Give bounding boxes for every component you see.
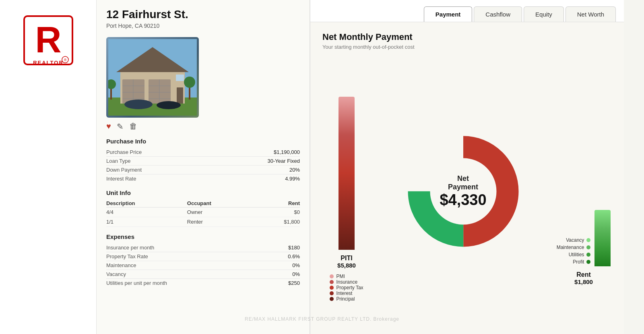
tab-payment[interactable]: Payment (424, 6, 473, 22)
info-label: Interest Rate (106, 176, 136, 182)
action-icons: ♥ ✎ 🗑 (106, 122, 300, 131)
expense-value: 0% (292, 271, 300, 277)
piti-legend-item: Interest (330, 290, 363, 296)
chart-title: Net Monthly Payment (322, 32, 612, 42)
unit-table-cell: $0 (255, 207, 300, 217)
donut-center-text: Net Payment $4,330 (440, 174, 486, 208)
expenses-rows: Insurance per month$180Property Tax Rate… (106, 243, 300, 287)
unit-table: DescriptionOccupantRent 4/4Owner$01/1Ren… (106, 199, 300, 227)
donut-wrapper: Net Payment $4,330 (399, 127, 528, 256)
rent-amount: $1,800 (574, 278, 593, 285)
property-image-placeholder (106, 37, 199, 118)
net-payment-label2: Payment (440, 183, 486, 191)
unit-table-cell: Owner (187, 207, 255, 217)
legend-label: PMI (336, 274, 345, 279)
legend-dot (330, 291, 334, 295)
unit-info-section: Unit Info DescriptionOccupantRent 4/4Own… (106, 189, 300, 227)
rent-legend-label: Vacancy (566, 237, 584, 243)
tab-net-worth[interactable]: Net Worth (566, 6, 616, 22)
property-header: 12 Fairhurst St. Port Hope, CA 90210 (106, 8, 300, 29)
info-value: 4.99% (285, 176, 300, 182)
purchase-info-row: Down Payment20% (106, 166, 300, 174)
net-payment-label: Net (440, 174, 486, 183)
expense-label: Utilities per unit per month (106, 280, 167, 286)
edit-icon[interactable]: ✎ (117, 122, 124, 131)
expense-value: 0% (292, 262, 300, 268)
realtor-logo: R REALTOR ® (20, 12, 76, 68)
svg-rect-19 (177, 87, 183, 104)
expense-row: Property Tax Rate0.6% (106, 252, 300, 261)
expense-value: $250 (288, 280, 300, 286)
piti-legend-item: Property Tax (330, 285, 363, 290)
expenses-section: Expenses Insurance per month$180Property… (106, 233, 300, 287)
svg-text:®: ® (64, 58, 66, 62)
unit-table-row: 4/4Owner$0 (106, 207, 300, 217)
legend-label: Interest (336, 290, 352, 296)
expenses-title: Expenses (106, 233, 300, 240)
expense-label: Insurance per month (106, 245, 154, 251)
rent-bar-outer (594, 97, 611, 266)
info-value: $1,190,000 (274, 149, 300, 155)
property-address: Port Hope, CA 90210 (106, 23, 188, 29)
svg-rect-20 (176, 75, 184, 81)
tabs-bar: PaymentCashflowEquityNet Worth (310, 0, 624, 22)
rent-legend-label: Maintenance (557, 245, 584, 250)
piti-bar (339, 97, 355, 250)
chart-subtitle: Your starting monthly out-of-pocket cost (322, 44, 612, 50)
purchase-info-title: Purchase Info (106, 138, 300, 145)
rent-legend-item: Utilities (569, 252, 591, 257)
legend-label: Insurance (336, 279, 357, 285)
property-title: 12 Fairhurst St. (106, 8, 188, 21)
property-image (106, 37, 199, 118)
svg-point-21 (124, 100, 153, 109)
rent-bar (594, 210, 611, 266)
info-value: 30-Year Fixed (268, 158, 300, 164)
purchase-info-row: Loan Type30-Year Fixed (106, 157, 300, 166)
info-value: 20% (289, 167, 300, 173)
legend-label: Property Tax (336, 285, 363, 290)
favorite-icon[interactable]: ♥ (106, 122, 111, 131)
rent-legend-item: Profit (573, 259, 590, 265)
unit-table-header: Description (106, 199, 187, 207)
piti-column: PITI $5,880 PMIInsuranceProperty TaxInte… (322, 81, 371, 302)
sidebar: R REALTOR ® (0, 0, 97, 334)
svg-text:R: R (35, 20, 61, 60)
chart-layout: PITI $5,880 PMIInsuranceProperty TaxInte… (322, 58, 612, 324)
delete-icon[interactable]: 🗑 (129, 122, 137, 131)
expense-value: $180 (288, 245, 300, 251)
svg-text:REALTOR: REALTOR (33, 60, 64, 66)
legend-dot (330, 297, 334, 301)
purchase-info-section: Purchase Info Purchase Price$1,190,000Lo… (106, 138, 300, 183)
expense-label: Vacancy (106, 271, 126, 277)
donut-container: Net Payment $4,330 (371, 127, 555, 256)
piti-legend: PMIInsuranceProperty TaxInterestPrincipa… (330, 274, 363, 302)
unit-table-header: Occupant (187, 199, 255, 207)
rent-legend-dot (586, 245, 590, 249)
rent-column: VacancyMaintenanceUtilitiesProfit Rent $… (555, 97, 612, 285)
expense-row: Insurance per month$180 (106, 243, 300, 252)
legend-label: Principal (336, 296, 355, 302)
purchase-info-row: Purchase Price$1,190,000 (106, 148, 300, 157)
info-label: Purchase Price (106, 149, 142, 155)
info-label: Down Payment (106, 167, 142, 173)
expense-row: Maintenance0% (106, 261, 300, 270)
legend-dot (330, 274, 334, 278)
rent-legend-dot (586, 253, 590, 257)
tab-cashflow[interactable]: Cashflow (474, 6, 522, 22)
piti-legend-item: PMI (330, 274, 363, 279)
rent-legend-label: Utilities (569, 252, 584, 257)
info-label: Loan Type (106, 158, 130, 164)
piti-amount: $5,880 (337, 262, 356, 269)
legend-dot (330, 286, 334, 290)
left-section: 12 Fairhurst St. Port Hope, CA 90210 (97, 0, 310, 334)
purchase-info-row: Interest Rate4.99% (106, 174, 300, 183)
unit-info-title: Unit Info (106, 189, 300, 196)
tab-equity[interactable]: Equity (524, 6, 564, 22)
piti-bar-container (339, 81, 355, 250)
net-payment-amount: $4,330 (440, 191, 486, 208)
unit-table-cell: 1/1 (106, 217, 187, 227)
unit-table-cell: $1,800 (255, 217, 300, 227)
svg-point-22 (157, 101, 181, 109)
rent-label: Rent (576, 271, 591, 278)
svg-rect-23 (110, 87, 112, 100)
